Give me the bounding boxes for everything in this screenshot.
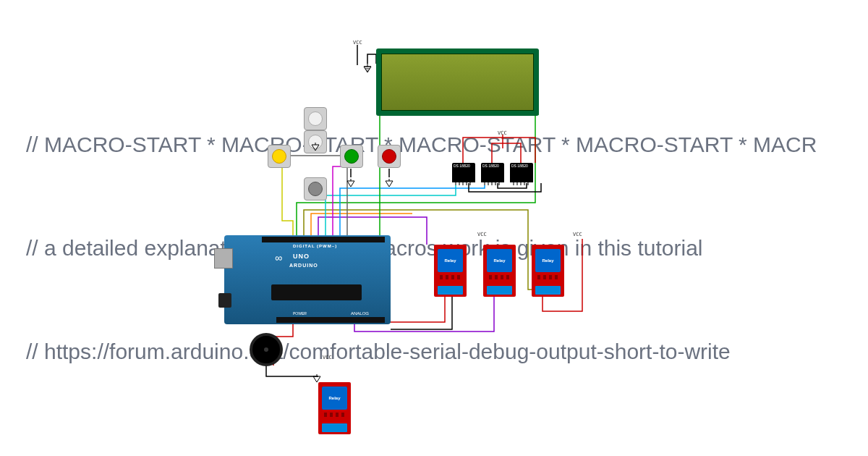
vcc-label: VCC (498, 130, 507, 136)
relay-terminal (535, 286, 561, 295)
relay-label: Relay (487, 249, 512, 272)
arduino-uno-label: UNO (293, 253, 310, 260)
arduino-power-label: POWER (293, 311, 307, 316)
arduino-analog-headers (276, 317, 385, 323)
temp-sensor-1: DS 18B20 (452, 163, 475, 182)
relay-module-3: Relay (532, 245, 564, 297)
relay-terminal (438, 286, 463, 295)
ground-symbol-icon (312, 373, 321, 381)
lcd-display (376, 48, 539, 116)
circuit-diagram: DS 18B20 DS 18B20 DS 18B20 ∞ DIGITAL (PW… (188, 36, 658, 442)
arduino-power-jack (218, 293, 231, 308)
lcd-screen (381, 54, 534, 111)
pushbutton-green (340, 145, 363, 168)
pushbutton-red (378, 145, 401, 168)
relay-pins (324, 413, 345, 417)
sensor-label: DS 18B20 (511, 164, 528, 168)
arduino-brand-label: ARDUINO (289, 263, 318, 268)
vcc-label: VCC (323, 355, 332, 360)
arduino-digital-headers (262, 237, 385, 242)
relay-label: Relay (322, 387, 347, 410)
relay-pins (489, 275, 510, 279)
relay-pins (537, 275, 558, 279)
vcc-label: VCC (353, 40, 362, 46)
arduino-atmega-chip (271, 284, 362, 300)
temp-sensor-2: DS 18B20 (481, 163, 504, 182)
ground-symbol-icon (311, 141, 320, 150)
arduino-usb-port (214, 248, 233, 269)
arduino-analog-label: ANALOG (351, 311, 369, 316)
arduino-uno-board: ∞ DIGITAL (PWM~) UNO ARDUINO ANALOG POWE… (224, 235, 391, 324)
relay-label: Relay (438, 249, 463, 272)
ground-symbol-icon (363, 62, 372, 71)
vcc-label: VCC (573, 232, 582, 237)
ground-symbol-icon (385, 177, 393, 186)
pushbutton-gray (304, 177, 327, 200)
piezo-buzzer (250, 333, 283, 366)
arduino-logo-icon: ∞ (275, 252, 282, 263)
relay-terminal (322, 423, 347, 432)
sensor-label: DS 18B20 (482, 164, 499, 168)
ground-symbol-icon (346, 177, 355, 186)
pushbutton-white-1 (304, 107, 327, 130)
temp-sensor-3: DS 18B20 (510, 163, 533, 182)
relay-pins (440, 275, 461, 279)
relay-module-2: Relay (483, 245, 516, 297)
relay-module-4: Relay (318, 382, 351, 434)
vcc-label: VCC (477, 232, 487, 237)
arduino-digital-label: DIGITAL (PWM~) (293, 244, 337, 248)
relay-label: Relay (535, 249, 561, 272)
relay-module-1: Relay (434, 245, 467, 297)
relay-terminal (487, 286, 512, 295)
sensor-label: DS 18B20 (454, 164, 470, 168)
pushbutton-yellow (268, 145, 291, 168)
